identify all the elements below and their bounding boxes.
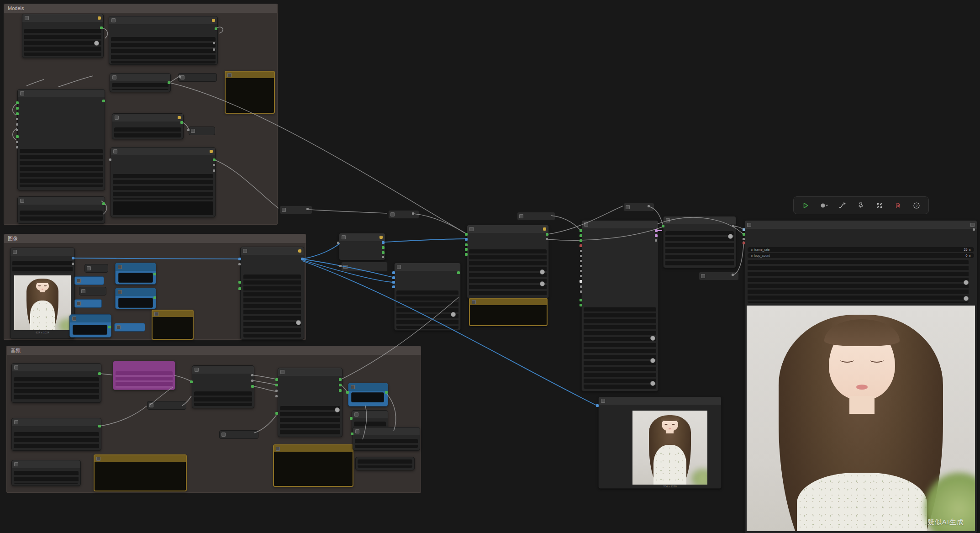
image-input-slot[interactable]: [392, 285, 395, 288]
output-slot[interactable]: [153, 273, 156, 275]
output-slot[interactable]: [251, 380, 253, 382]
note-node[interactable]: [225, 71, 275, 114]
output-slot[interactable]: [382, 256, 384, 258]
text-field[interactable]: [73, 325, 107, 335]
output-slot[interactable]: [732, 225, 734, 227]
input-slot[interactable]: [580, 244, 582, 247]
node-widgets[interactable]: [116, 371, 173, 388]
graph-node[interactable]: [339, 233, 385, 260]
graph-node[interactable]: [17, 89, 105, 190]
node-header[interactable]: [110, 74, 170, 81]
output-slot[interactable]: [412, 212, 414, 215]
increment-arrow-icon[interactable]: ▶: [969, 254, 971, 257]
output-slot[interactable]: [339, 384, 342, 386]
input-slot[interactable]: [465, 243, 468, 246]
graph-node[interactable]: [22, 14, 104, 58]
graph-node[interactable]: [663, 216, 736, 268]
group-audio-title[interactable]: 音频: [7, 346, 421, 355]
image-output-slot[interactable]: [72, 257, 74, 259]
link-style-button[interactable]: [836, 199, 849, 212]
delete-button[interactable]: [891, 199, 904, 212]
collapse-icon[interactable]: [970, 223, 975, 227]
text-field[interactable]: [118, 273, 153, 283]
output-slot[interactable]: [382, 251, 385, 254]
output-slot[interactable]: [213, 158, 216, 161]
output-slot[interactable]: [382, 246, 385, 249]
output-slot[interactable]: [546, 233, 548, 236]
output-slot[interactable]: [457, 271, 460, 274]
blue-node[interactable]: [115, 288, 156, 309]
collapsed-blue-node[interactable]: [114, 323, 145, 332]
blue-node[interactable]: [115, 263, 156, 285]
node-widgets[interactable]: [112, 83, 169, 90]
node-widgets[interactable]: [243, 274, 301, 338]
output-slot[interactable]: [102, 100, 105, 102]
node-header[interactable]: [395, 263, 460, 271]
input-slot[interactable]: [16, 118, 18, 120]
input-slot[interactable]: [346, 391, 349, 394]
output-slot[interactable]: [168, 81, 170, 84]
collapsed-blue-node[interactable]: [74, 299, 102, 308]
input-slot[interactable]: [16, 101, 19, 104]
input-slot[interactable]: [465, 248, 468, 251]
node-widgets[interactable]: [12, 261, 73, 273]
graph-node[interactable]: [109, 16, 218, 65]
node-header[interactable]: [18, 90, 105, 97]
output-slot[interactable]: [98, 372, 101, 375]
node-widgets[interactable]: [469, 249, 547, 296]
output-slot[interactable]: [251, 374, 253, 376]
purple-node[interactable]: [113, 361, 175, 390]
note-header[interactable]: [274, 445, 353, 452]
input-slot[interactable]: [580, 270, 582, 272]
image-input-slot[interactable]: [465, 238, 468, 241]
collapse-button[interactable]: [873, 199, 886, 212]
run-button[interactable]: [799, 199, 812, 212]
decrement-arrow-icon[interactable]: ◀: [750, 254, 753, 257]
node-header[interactable]: [116, 288, 156, 296]
collapsed-node[interactable]: [517, 212, 555, 221]
note-node[interactable]: [152, 310, 194, 340]
output-slot[interactable]: [215, 27, 217, 30]
graph-node[interactable]: [110, 73, 171, 92]
widget-knob[interactable]: [650, 336, 655, 341]
collapsed-node[interactable]: [388, 210, 419, 219]
output-slot[interactable]: [100, 26, 103, 29]
widget-knob[interactable]: [335, 407, 340, 412]
output-slot[interactable]: [102, 202, 105, 205]
input-slot[interactable]: [275, 378, 278, 381]
note-node[interactable]: [94, 454, 187, 491]
collapsed-node[interactable]: [79, 287, 106, 296]
node-header[interactable]: [11, 248, 74, 256]
input-slot[interactable]: [580, 234, 582, 237]
slot[interactable]: [213, 42, 215, 44]
collapsed-node[interactable]: [178, 73, 217, 82]
node-header[interactable]: [339, 233, 385, 241]
input-slot[interactable]: [580, 275, 582, 277]
input-slot[interactable]: [580, 255, 582, 257]
node-header[interactable]: [116, 263, 156, 271]
widget-knob[interactable]: [964, 280, 969, 285]
node-widgets[interactable]: [748, 260, 969, 303]
node-widgets[interactable]: [280, 406, 340, 435]
node-header[interactable]: [664, 216, 736, 224]
collapsed-node[interactable]: [147, 401, 186, 410]
node-header[interactable]: [112, 114, 183, 121]
note-header[interactable]: [153, 311, 193, 317]
widget-knob[interactable]: [650, 358, 655, 363]
node-header[interactable]: [192, 366, 254, 374]
node-header[interactable]: [353, 427, 420, 435]
input-slot[interactable]: [179, 75, 181, 78]
input-slot[interactable]: [350, 417, 353, 420]
image-input-slot[interactable]: [596, 404, 599, 407]
widget-knob[interactable]: [540, 269, 545, 274]
increment-arrow-icon[interactable]: ▶: [969, 248, 971, 251]
input-slot[interactable]: [580, 260, 582, 262]
widget-knob[interactable]: [650, 381, 655, 386]
note-header[interactable]: [226, 72, 274, 78]
node-header[interactable]: [467, 225, 548, 233]
image-input-slot[interactable]: [392, 276, 395, 279]
sampler-node[interactable]: [581, 220, 659, 391]
collapse-arrow-icon[interactable]: [210, 150, 213, 153]
preview-image-node[interactable]: 704 x 1280: [598, 396, 722, 489]
input-slot[interactable]: [16, 135, 19, 138]
